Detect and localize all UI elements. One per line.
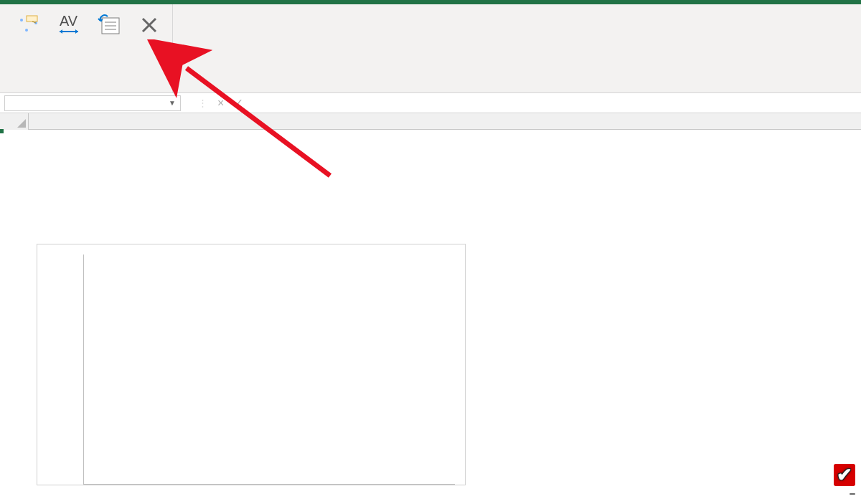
worksheet <box>0 113 861 130</box>
close-icon <box>135 11 164 39</box>
divider: ⋮ <box>198 98 207 108</box>
plot-area <box>83 255 455 485</box>
svg-text:AV: AV <box>60 13 78 29</box>
selection-box <box>0 130 3 133</box>
svg-rect-3 <box>27 16 37 22</box>
chevron-down-icon[interactable]: ▼ <box>169 99 180 107</box>
delete-label-button[interactable] <box>129 9 169 43</box>
manual-label-button[interactable] <box>89 9 129 43</box>
svg-point-1 <box>25 29 28 32</box>
check-icon: ✔ <box>834 464 855 486</box>
ribbon-group-chart-labels: AV <box>6 4 173 92</box>
svg-point-0 <box>20 19 23 22</box>
ribbon: AV <box>0 4 861 93</box>
add-label-icon <box>14 11 43 39</box>
accept-formula-icon[interactable]: ✓ <box>234 96 243 110</box>
select-all-corner[interactable] <box>0 113 29 130</box>
formula-input[interactable] <box>253 95 861 111</box>
name-box[interactable]: ▼ <box>4 95 181 111</box>
watermark: ✔ <box>831 464 855 497</box>
cancel-formula-icon[interactable]: × <box>217 97 224 110</box>
move-label-button[interactable]: AV <box>49 9 89 43</box>
move-label-icon: AV <box>55 11 83 39</box>
embedded-chart[interactable] <box>37 244 466 485</box>
manual-label-icon <box>95 11 123 39</box>
column-headers <box>0 113 861 130</box>
add-label-button[interactable] <box>9 9 49 43</box>
watermark-sub <box>850 493 855 495</box>
formula-bar: ▼ ⋮ × ✓ <box>0 93 861 113</box>
